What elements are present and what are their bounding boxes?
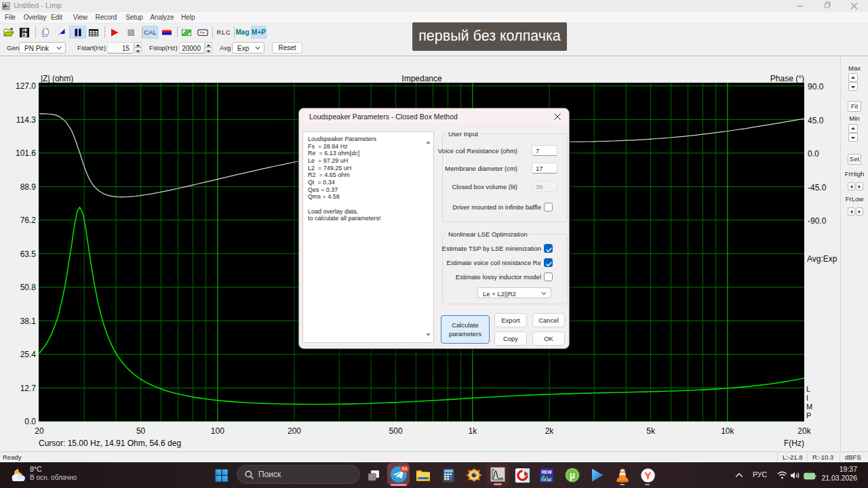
taskbar-app-rew[interactable]: REW [539, 462, 554, 488]
tray-language[interactable]: РУС [753, 470, 767, 479]
cancel-button[interactable]: Cancel [532, 313, 565, 327]
tray-battery[interactable] [803, 462, 817, 488]
lossy-checkbox[interactable] [544, 272, 553, 281]
taskbar-app-file-explorer[interactable] [415, 462, 431, 488]
inductor-model-select[interactable]: Le + L2||R2 [477, 287, 551, 298]
spin-down-icon[interactable] [134, 47, 142, 53]
save-button[interactable] [17, 26, 33, 39]
y-right-tick: 0.0 [808, 149, 819, 159]
rlc-button[interactable]: RLC [215, 26, 233, 39]
set-button[interactable]: Set [848, 154, 861, 165]
close-icon[interactable] [844, 0, 864, 12]
magnitude-phase-button[interactable]: M+P [251, 26, 267, 39]
taskbar-app-calculator[interactable] [442, 462, 454, 488]
re-checkbox[interactable] [544, 258, 553, 267]
search-placeholder: Поиск [258, 470, 281, 479]
video-caption-overlay: первый без колпачка [412, 22, 567, 51]
chevron-up-icon [735, 472, 743, 478]
y-left-tick: 12.7 [2, 384, 36, 393]
fstop-spinner[interactable] [205, 42, 212, 54]
taskbar-app-viewer[interactable] [465, 462, 484, 488]
menu-setup[interactable]: Setup [125, 14, 143, 21]
weather-temp: 8°C [30, 465, 42, 473]
restore-icon[interactable] [816, 0, 837, 12]
tray-wifi[interactable] [776, 462, 788, 488]
calculate-parameters-button[interactable]: Calculate parameters [441, 315, 490, 344]
taskbar-app-utorrent[interactable]: µ [564, 462, 580, 488]
frlow-right-button[interactable] [856, 207, 863, 216]
ok-button[interactable]: OK [532, 331, 565, 346]
menu-help[interactable]: Help [181, 14, 195, 21]
x-tick: 5k [631, 426, 671, 436]
pause-button[interactable] [69, 26, 86, 39]
fstop-input[interactable]: 20000 [179, 42, 205, 54]
task-view-button[interactable] [366, 462, 381, 488]
menu-analyze[interactable]: Analyze [151, 14, 174, 21]
copy-button[interactable] [38, 26, 54, 39]
min-down-button[interactable] [848, 133, 858, 142]
min-up-button[interactable] [848, 124, 858, 133]
scroll-up-icon[interactable] [425, 135, 431, 147]
record-play-button[interactable] [107, 26, 123, 39]
tray-clock[interactable]: 19:37 21.03.2026 [821, 465, 857, 483]
spin-down-icon[interactable] [205, 47, 212, 53]
baffle-checkbox[interactable] [544, 203, 553, 211]
spectrum-button[interactable] [178, 26, 194, 39]
tsp-checkbox[interactable] [544, 244, 553, 253]
fit-button[interactable]: Fit [848, 101, 861, 112]
voice-coil-input[interactable]: 7 [532, 145, 557, 156]
sine-wave-icon [197, 27, 208, 38]
stop-button[interactable] [123, 26, 139, 39]
export-button[interactable]: Export [494, 313, 527, 327]
magnitude-button[interactable]: Mag [235, 26, 250, 39]
spin-up-icon[interactable] [134, 42, 142, 47]
menu-file[interactable]: File [5, 14, 16, 21]
menu-record[interactable]: Record [96, 14, 117, 21]
parameters-results-box[interactable]: Loudspeaker Parameters Fs = 28.84 Hz Re … [302, 131, 434, 343]
calibrate-button[interactable]: CAL [142, 26, 158, 39]
taskbar-app-media-player[interactable] [590, 462, 605, 488]
averaging-select[interactable]: Exp [232, 42, 264, 54]
weather-widget[interactable] [8, 462, 28, 488]
copy-button[interactable]: Copy [494, 331, 527, 346]
frhigh-right-button[interactable] [856, 182, 863, 190]
generator-setup-button[interactable] [159, 26, 175, 39]
taskbar-app-telegram[interactable]: 69 [387, 463, 410, 485]
spin-up-icon[interactable] [205, 42, 212, 47]
minimize-icon[interactable] [790, 0, 810, 12]
check-icon [545, 245, 553, 254]
table-view-button[interactable] [86, 26, 102, 39]
start-button[interactable] [214, 462, 229, 488]
statusbar: Ready L:-21.8 R:-10.3 dBFS [0, 451, 868, 462]
tray-volume[interactable] [789, 462, 802, 488]
dialog-titlebar[interactable]: Loudspeaker Parameters - Closed Box Meth… [299, 108, 569, 125]
battery-charging-icon [804, 471, 816, 480]
taskbar-app-limp[interactable] [486, 463, 509, 485]
membrane-input[interactable]: 17 [532, 163, 557, 174]
generator-type-select[interactable]: PN Pink [19, 42, 66, 54]
menu-edit[interactable]: Edit [51, 14, 62, 21]
toolbar-separator [177, 26, 178, 38]
menu-view[interactable]: View [73, 14, 87, 21]
frhigh-left-button[interactable] [848, 182, 855, 190]
taskbar-app-ccleaner[interactable] [515, 462, 530, 488]
open-file-button[interactable] [1, 26, 17, 39]
menu-overlay[interactable]: Overlay [24, 14, 47, 21]
svg-text:µ: µ [570, 470, 575, 481]
frlow-left-button[interactable] [848, 207, 855, 216]
overlay-flag-button[interactable] [53, 26, 68, 39]
signal-generator-button[interactable] [195, 26, 210, 39]
frhigh-label: FrHigh [841, 170, 868, 178]
tray-expand-button[interactable] [733, 462, 745, 488]
max-down-button[interactable] [848, 82, 858, 91]
scroll-down-icon[interactable] [425, 327, 431, 340]
box-volume-input: 38 [532, 181, 557, 192]
fstart-input[interactable]: 15 [107, 42, 134, 54]
fstart-spinner[interactable] [134, 42, 142, 54]
dialog-close-icon[interactable] [552, 111, 563, 122]
max-up-button[interactable] [848, 73, 858, 82]
toolbar-separator [212, 26, 213, 38]
search-box[interactable]: Поиск [237, 465, 360, 484]
window-titlebar: Untitled - Limp [0, 0, 868, 12]
reset-button[interactable]: Reset [272, 42, 302, 54]
